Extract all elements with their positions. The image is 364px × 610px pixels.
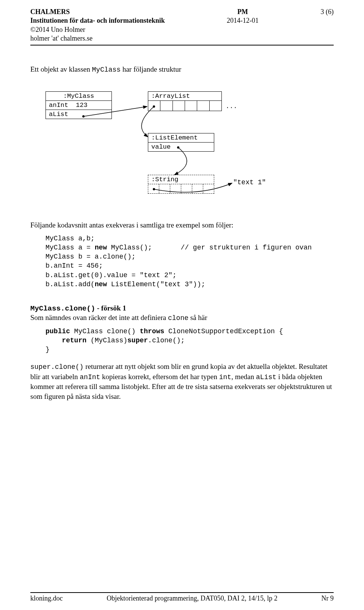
c2l2e: .clone(); — [148, 337, 185, 344]
alist-label: aList — [49, 111, 68, 118]
header-dept: Institutionen för data- och informations… — [30, 16, 165, 25]
header-copyright: ©2014 Uno Holmer — [30, 25, 165, 34]
alist-row: aList — [46, 110, 111, 119]
arraylist-ellipsis: ... — [226, 103, 237, 110]
c2l1b: MyClass clone() — [70, 328, 140, 335]
c1l3: MyClass b = a.clone(); — [46, 253, 136, 260]
sec1-p1: Som nämndes ovan räcker det inte att def… — [30, 313, 334, 323]
c1l5: b.aList.get(0).value = "text 2"; — [46, 271, 177, 279]
footer-left: kloning.doc — [30, 594, 63, 602]
c1l4: b.anInt = 456; — [46, 262, 103, 270]
c2l1c: throws — [140, 328, 164, 335]
myclass-title: :MyClass — [46, 92, 111, 100]
sec1-p1b: clone — [168, 314, 188, 322]
code-block-1: MyClass a,b; MyClass a = new MyClass(); … — [46, 234, 334, 289]
c1l6c: ListElement("text 3")); — [107, 281, 205, 288]
value-label: value — [151, 143, 171, 151]
object-diagram: :MyClass anInt 123 aList :ArrayList ... … — [34, 84, 337, 205]
c1l6a: b.aList.add( — [46, 281, 95, 288]
header-org: CHALMERS — [30, 8, 165, 16]
p2f: , medan — [231, 373, 256, 381]
string-box: :String — [148, 175, 214, 194]
code-intro: Följande kodavsnitt antas exekveras i sa… — [30, 220, 334, 230]
header-right: 3 (6) — [320, 8, 334, 43]
c1l2b: new — [95, 244, 107, 251]
section1-heading: MyClass.clone() - försök 1 — [30, 304, 334, 313]
footer-center: Objektorienterad programmering, DAT050, … — [107, 594, 277, 602]
listelement-box: :ListElement value — [148, 133, 214, 152]
header-center: PM 2014-12-01 — [227, 8, 259, 43]
sec1-code: MyClass.clone() — [30, 304, 95, 313]
anint-value: 123 — [76, 102, 88, 109]
page-footer: kloning.doc Objektorienterad programmeri… — [30, 592, 334, 602]
c1l6b: new — [95, 281, 107, 288]
arraylist-cells — [148, 100, 221, 111]
p2c: anInt — [80, 373, 100, 381]
c2l2d: super — [127, 337, 148, 344]
footer-right: Nr 9 — [322, 594, 334, 602]
paragraph-2: super.clone() returnerar att nytt objekt… — [30, 362, 334, 401]
c1l2a: MyClass a = — [46, 244, 95, 251]
code-block-2: public MyClass clone() throws CloneNotSu… — [46, 327, 334, 354]
intro-line: Ett objekt av klassen MyClass har följan… — [30, 64, 334, 74]
p2e: int — [219, 373, 231, 381]
header-email: holmer 'at' chalmers.se — [30, 34, 165, 43]
anint-label: anInt — [49, 102, 68, 109]
intro-prefix: Ett objekt av klassen — [30, 65, 92, 73]
text1-label: "text 1" — [233, 179, 266, 186]
sec1-rest: - försök 1 — [95, 304, 126, 312]
c1l2c: MyClass(); // ger strukturen i figuren o… — [107, 244, 312, 251]
c2l2c: (MyClass) — [86, 337, 127, 344]
c2l2b: return — [62, 337, 86, 344]
c2l2a — [46, 337, 62, 344]
sec1-p1c: så här — [188, 314, 207, 321]
myclass-box: :MyClass anInt 123 aList — [46, 91, 112, 119]
c2l1d: CloneNotSupportedException { — [164, 328, 283, 335]
sec1-p1a: Som nämndes ovan räcker det inte att def… — [30, 314, 168, 321]
page-header: CHALMERS Institutionen för data- och inf… — [30, 8, 334, 45]
listelement-title: :ListElement — [148, 133, 214, 142]
p2g: aList — [256, 373, 276, 381]
header-doctype: PM — [227, 8, 259, 16]
string-cells — [148, 184, 214, 193]
header-left: CHALMERS Institutionen för data- och inf… — [30, 8, 165, 43]
arraylist-title: :ArrayList — [148, 92, 221, 100]
anint-row: anInt 123 — [46, 101, 111, 110]
intro-suffix: har följande struktur — [121, 65, 181, 73]
string-title: :String — [148, 175, 214, 184]
p2d: kopieras korrekt, eftersom det har typen — [100, 373, 219, 381]
c1l1: MyClass a,b; — [46, 235, 95, 242]
value-row: value — [148, 143, 214, 151]
p2a: super.clone() — [30, 363, 83, 371]
c2l3: } — [46, 346, 50, 353]
header-date: 2014-12-01 — [227, 16, 259, 25]
intro-classname: MyClass — [92, 66, 121, 74]
c2l1a: public — [46, 328, 70, 335]
arraylist-box: :ArrayList — [148, 91, 222, 111]
header-page: 3 (6) — [320, 8, 334, 16]
